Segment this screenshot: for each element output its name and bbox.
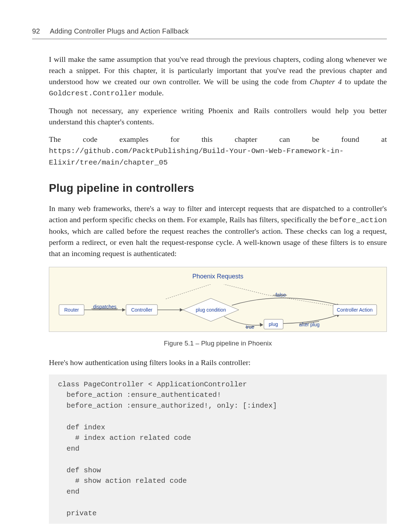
intro-paragraph-3: The code examples for this chapter can b… <box>49 134 387 168</box>
page-number: 92 <box>32 27 40 35</box>
node-plug-condition-label: plug condition <box>196 307 226 313</box>
figure-box: Phoenix Requests Router dispatches Co <box>49 267 387 332</box>
node-controller-label: Controller <box>131 307 153 313</box>
body-text: I will make the same assumption that you… <box>49 54 387 524</box>
code-inline: Goldcrest.Controller <box>49 89 137 97</box>
figure-5-1: Phoenix Requests Router dispatches Co <box>49 267 387 347</box>
section-paragraph-1: In many web frameworks, there's a way to… <box>49 203 387 259</box>
edge-true <box>224 316 263 325</box>
arrowhead-icon <box>122 308 125 312</box>
intro-paragraph-2: Though not necessary, any experience wri… <box>49 105 387 128</box>
chapter-ref: Chapter 4 <box>310 77 342 86</box>
text: The code examples for this chapter can b… <box>49 135 387 144</box>
code-inline: before_action <box>330 216 387 224</box>
text: hooks, which are called before the reque… <box>49 227 387 258</box>
code-url: https://github.com/PacktPublishing/Build… <box>49 147 344 167</box>
edge-false <box>232 298 340 305</box>
code-block-rails-controller: class PageController < ApplicationContro… <box>49 374 387 524</box>
text: module. <box>137 88 164 97</box>
intro-paragraph-1: I will make the same assumption that you… <box>49 54 387 99</box>
node-controller-action-label: Controller Action <box>337 307 373 313</box>
arrowhead-icon <box>260 323 263 327</box>
edge-false-label: false <box>275 292 286 298</box>
section-heading-plug-pipeline: Plug pipeline in controllers <box>49 182 387 195</box>
text: to update the <box>342 77 387 86</box>
running-title: Adding Controller Plugs and Action Fallb… <box>50 27 189 35</box>
node-router-label: Router <box>64 307 79 313</box>
figure-caption: Figure 5.1 – Plug pipeline in Phoenix <box>49 340 387 347</box>
page: 92 Adding Controller Plugs and Action Fa… <box>0 0 420 524</box>
node-plug-label: plug <box>269 321 278 327</box>
leader-line <box>165 284 213 299</box>
section-paragraph-2: Here's how authentication using filters … <box>49 357 387 368</box>
figure-diagram: Router dispatches Controller plug condit… <box>57 284 379 333</box>
figure-title: Phoenix Requests <box>57 273 379 280</box>
running-head: 92 Adding Controller Plugs and Action Fa… <box>32 27 387 39</box>
arrowhead-icon <box>180 308 183 312</box>
